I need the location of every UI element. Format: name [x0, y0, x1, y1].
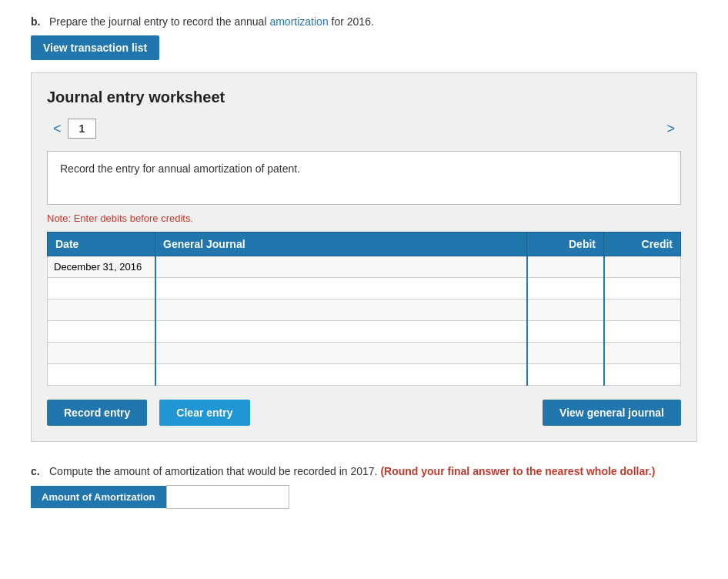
- journal-input-3[interactable]: [156, 300, 526, 320]
- credit-input-5[interactable]: [605, 343, 681, 363]
- credit-cell-5: [604, 343, 681, 364]
- journal-input-5[interactable]: [156, 343, 526, 363]
- table-row: [48, 256, 681, 278]
- date-cell-2: [48, 278, 155, 300]
- action-buttons: Record entry Clear entry View general jo…: [47, 400, 681, 426]
- note-text: Note: Enter debits before credits.: [47, 213, 681, 224]
- debit-cell-4: [527, 321, 604, 343]
- debit-input-4[interactable]: [528, 321, 603, 342]
- section-c-letter: c.: [31, 465, 43, 477]
- credit-cell-3: [604, 300, 681, 321]
- tab-right-arrow[interactable]: >: [660, 119, 681, 139]
- instruction-highlight: amortization: [269, 15, 328, 28]
- amount-of-amortization-row: Amount of Amortization: [31, 485, 697, 509]
- debit-cell-1: [527, 256, 604, 278]
- date-input-6[interactable]: [48, 364, 155, 385]
- table-row: [48, 300, 681, 321]
- record-entry-button[interactable]: Record entry: [47, 400, 147, 426]
- journal-input-2[interactable]: [156, 278, 526, 299]
- view-general-journal-button[interactable]: View general journal: [543, 400, 681, 426]
- debit-cell-6: [527, 364, 604, 386]
- table-row: [48, 343, 681, 364]
- journal-input-4[interactable]: [156, 321, 526, 342]
- journal-cell-5: [155, 343, 527, 364]
- clear-entry-button[interactable]: Clear entry: [159, 400, 249, 426]
- date-input-1[interactable]: [48, 256, 155, 277]
- table-row: [48, 278, 681, 300]
- journal-cell-2: [155, 278, 527, 300]
- credit-input-2[interactable]: [605, 278, 681, 299]
- view-transaction-button[interactable]: View transaction list: [31, 35, 159, 60]
- debit-cell-3: [527, 300, 604, 321]
- date-input-4[interactable]: [48, 321, 155, 342]
- debit-input-6[interactable]: [528, 364, 603, 385]
- amount-input[interactable]: [166, 485, 289, 509]
- section-c-highlight: (Round your final answer to the nearest …: [380, 465, 655, 477]
- date-cell-3: [48, 300, 155, 321]
- section-b-letter: b.: [31, 15, 43, 28]
- debit-input-2[interactable]: [528, 278, 603, 299]
- debit-cell-5: [527, 343, 604, 364]
- journal-table: Date General Journal Debit Credit: [47, 232, 681, 386]
- journal-cell-1: [155, 256, 527, 278]
- journal-cell-4: [155, 321, 527, 343]
- date-cell-5: [48, 343, 155, 364]
- date-cell-6: [48, 364, 155, 386]
- worksheet-title: Journal entry worksheet: [47, 89, 681, 106]
- debit-input-3[interactable]: [528, 300, 603, 320]
- credit-input-3[interactable]: [605, 300, 681, 320]
- journal-entry-worksheet: Journal entry worksheet < 1 > Record the…: [31, 72, 697, 442]
- credit-cell-6: [604, 364, 681, 386]
- debit-cell-2: [527, 278, 604, 300]
- debit-input-1[interactable]: [528, 256, 603, 277]
- journal-cell-6: [155, 364, 527, 386]
- col-header-credit: Credit: [604, 233, 681, 256]
- date-cell-4: [48, 321, 155, 343]
- col-header-debit: Debit: [527, 233, 604, 256]
- table-row: [48, 321, 681, 343]
- date-input-2[interactable]: [48, 278, 155, 299]
- amount-label: Amount of Amortization: [31, 486, 166, 508]
- credit-input-1[interactable]: [605, 256, 681, 277]
- journal-input-1[interactable]: [156, 256, 526, 277]
- journal-cell-3: [155, 300, 527, 321]
- tab-left-arrow[interactable]: <: [47, 119, 68, 139]
- journal-input-6[interactable]: [156, 364, 526, 385]
- tab-navigation: < 1 >: [47, 119, 681, 139]
- col-header-date: Date: [48, 233, 155, 256]
- section-c-instruction: Compute the amount of amortization that …: [49, 465, 655, 477]
- date-cell-1: [48, 256, 155, 278]
- date-input-5[interactable]: [48, 343, 155, 363]
- credit-cell-4: [604, 321, 681, 343]
- debit-input-5[interactable]: [528, 343, 603, 363]
- col-header-journal: General Journal: [155, 233, 527, 256]
- section-b-instruction: Prepare the journal entry to record the …: [49, 15, 374, 28]
- tab-number[interactable]: 1: [68, 119, 97, 139]
- section-c: c. Compute the amount of amortization th…: [31, 465, 697, 509]
- date-input-3[interactable]: [48, 300, 155, 320]
- credit-input-6[interactable]: [605, 364, 681, 385]
- table-row: [48, 364, 681, 386]
- credit-cell-1: [604, 256, 681, 278]
- credit-cell-2: [604, 278, 681, 300]
- credit-input-4[interactable]: [605, 321, 681, 342]
- entry-description: Record the entry for annual amortization…: [47, 151, 681, 205]
